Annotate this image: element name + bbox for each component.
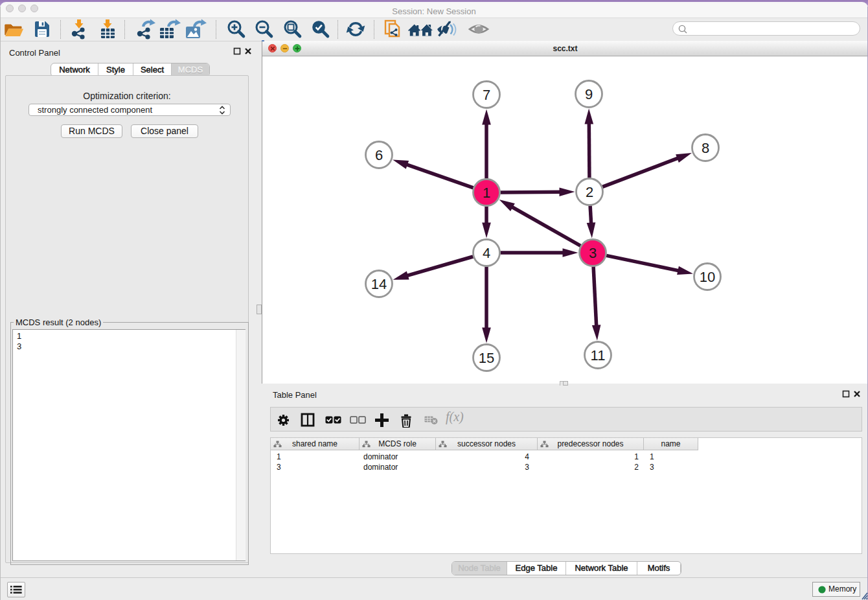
svg-text:14: 14 <box>371 276 387 292</box>
svg-text:10: 10 <box>700 269 715 285</box>
svg-text:6: 6 <box>375 147 383 163</box>
svg-text:9: 9 <box>585 86 593 102</box>
svg-text:7: 7 <box>483 87 490 103</box>
svg-text:1: 1 <box>483 185 490 201</box>
svg-text:11: 11 <box>591 347 606 363</box>
svg-text:2: 2 <box>586 184 593 200</box>
svg-text:15: 15 <box>479 350 494 366</box>
svg-text:3: 3 <box>589 245 597 261</box>
svg-text:4: 4 <box>483 245 490 261</box>
svg-text:8: 8 <box>702 140 709 156</box>
